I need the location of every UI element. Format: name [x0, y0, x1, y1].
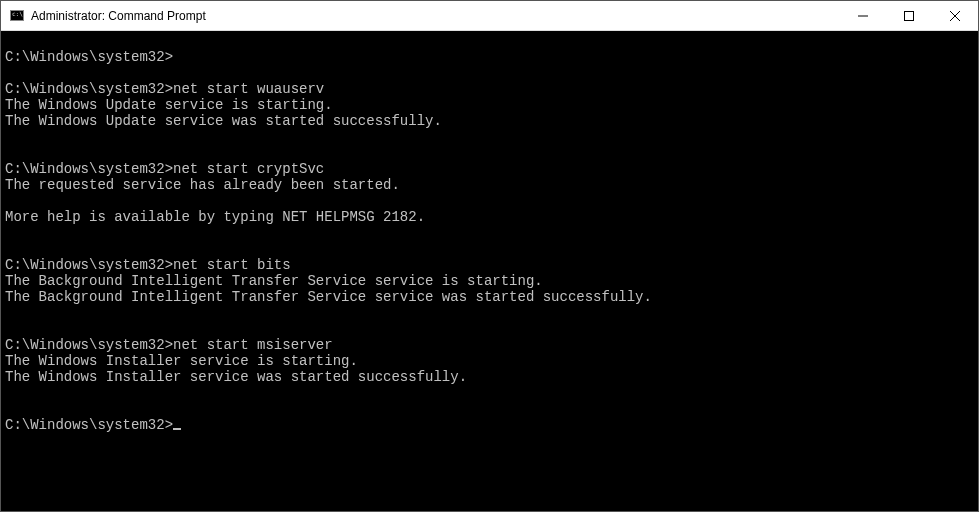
cmd-icon — [9, 8, 25, 24]
terminal-line: The Windows Update service was started s… — [5, 113, 974, 129]
terminal-line — [5, 385, 974, 401]
minimize-icon — [858, 11, 868, 21]
terminal-line: The Background Intelligent Transfer Serv… — [5, 273, 974, 289]
terminal-line: C:\Windows\system32>net start wuauserv — [5, 81, 974, 97]
command-prompt-window: Administrator: Command Prompt C:\Windows… — [0, 0, 979, 512]
terminal-line: The Windows Installer service is startin… — [5, 353, 974, 369]
terminal-line: C:\Windows\system32> — [5, 49, 974, 65]
terminal-line — [5, 65, 974, 81]
cursor — [173, 428, 181, 430]
terminal-line: C:\Windows\system32>net start msiserver — [5, 337, 974, 353]
close-icon — [950, 11, 960, 21]
terminal-line: C:\Windows\system32>net start bits — [5, 257, 974, 273]
terminal-line — [5, 305, 974, 321]
titlebar[interactable]: Administrator: Command Prompt — [1, 1, 978, 31]
terminal-line — [5, 33, 974, 49]
terminal-line: C:\Windows\system32> — [5, 417, 974, 433]
terminal-line — [5, 145, 974, 161]
terminal-line — [5, 193, 974, 209]
window-controls — [840, 1, 978, 30]
svg-rect-1 — [905, 11, 914, 20]
terminal-line: C:\Windows\system32>net start cryptSvc — [5, 161, 974, 177]
maximize-button[interactable] — [886, 1, 932, 30]
terminal-line: More help is available by typing NET HEL… — [5, 209, 974, 225]
terminal-line: The Background Intelligent Transfer Serv… — [5, 289, 974, 305]
minimize-button[interactable] — [840, 1, 886, 30]
terminal-line: The Windows Installer service was starte… — [5, 369, 974, 385]
terminal-line — [5, 321, 974, 337]
close-button[interactable] — [932, 1, 978, 30]
terminal-line — [5, 129, 974, 145]
terminal-output[interactable]: C:\Windows\system32>C:\Windows\system32>… — [1, 31, 978, 511]
terminal-line — [5, 401, 974, 417]
terminal-line: The requested service has already been s… — [5, 177, 974, 193]
window-title: Administrator: Command Prompt — [31, 9, 840, 23]
terminal-line — [5, 241, 974, 257]
maximize-icon — [904, 11, 914, 21]
terminal-line — [5, 225, 974, 241]
terminal-line: The Windows Update service is starting. — [5, 97, 974, 113]
